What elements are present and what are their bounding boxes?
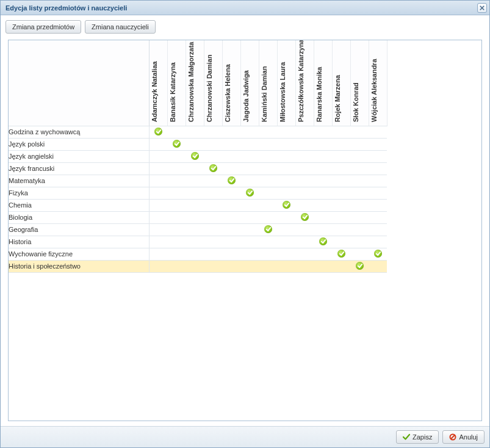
assignment-cell[interactable] xyxy=(149,223,167,236)
assignment-cell[interactable] xyxy=(259,187,277,199)
assignment-cell[interactable] xyxy=(240,260,259,272)
assignment-cell[interactable] xyxy=(332,223,350,236)
assignment-cell[interactable] xyxy=(295,223,314,236)
subject-row[interactable]: Fizyka xyxy=(9,187,387,199)
assignment-cell[interactable] xyxy=(167,211,186,223)
assignment-cell[interactable] xyxy=(186,126,204,138)
assignment-cell[interactable] xyxy=(186,162,204,175)
change-teachers-button[interactable]: Zmiana nauczycieli xyxy=(85,20,156,34)
assignment-cell[interactable] xyxy=(186,199,204,211)
assignment-cell[interactable] xyxy=(369,138,387,150)
assignment-cell[interactable] xyxy=(259,126,277,138)
assignment-cell[interactable] xyxy=(295,248,314,260)
assignment-cell[interactable] xyxy=(204,175,222,187)
assignment-cell[interactable] xyxy=(240,236,259,248)
assignment-cell[interactable] xyxy=(277,260,295,272)
assignment-cell[interactable] xyxy=(369,211,387,223)
subject-row[interactable]: Wychowanie fizyczne xyxy=(9,248,387,260)
assignment-cell[interactable] xyxy=(314,150,332,162)
assignment-cell[interactable] xyxy=(350,236,369,248)
assignment-cell[interactable] xyxy=(186,248,204,260)
assignment-cell[interactable] xyxy=(240,223,259,236)
assignment-cell[interactable] xyxy=(350,223,369,236)
assignment-cell[interactable] xyxy=(204,150,222,162)
subject-row[interactable]: Język polski xyxy=(9,138,387,150)
assignment-cell[interactable] xyxy=(314,211,332,223)
assignment-cell[interactable] xyxy=(259,248,277,260)
assignment-cell[interactable] xyxy=(259,150,277,162)
assignment-cell[interactable] xyxy=(186,138,204,150)
assignment-cell[interactable] xyxy=(186,175,204,187)
assignment-cell[interactable] xyxy=(277,199,295,211)
assignment-cell[interactable] xyxy=(222,175,240,187)
assignment-cell[interactable] xyxy=(350,187,369,199)
assignment-cell[interactable] xyxy=(167,138,186,150)
assignment-cell[interactable] xyxy=(332,236,350,248)
assignment-cell[interactable] xyxy=(314,199,332,211)
assignment-cell[interactable] xyxy=(277,162,295,175)
assignment-cell[interactable] xyxy=(369,162,387,175)
assignment-cell[interactable] xyxy=(149,187,167,199)
assignment-cell[interactable] xyxy=(350,162,369,175)
assignment-cell[interactable] xyxy=(350,138,369,150)
assignment-cell[interactable] xyxy=(167,199,186,211)
assignment-cell[interactable] xyxy=(204,211,222,223)
assignment-cell[interactable] xyxy=(259,211,277,223)
assignment-cell[interactable] xyxy=(332,150,350,162)
assignment-cell[interactable] xyxy=(369,223,387,236)
assignment-cell[interactable] xyxy=(295,187,314,199)
assignment-cell[interactable] xyxy=(295,175,314,187)
assignment-cell[interactable] xyxy=(295,162,314,175)
assignment-cell[interactable] xyxy=(277,211,295,223)
assignment-cell[interactable] xyxy=(240,248,259,260)
assignment-cell[interactable] xyxy=(149,199,167,211)
assignment-cell[interactable] xyxy=(222,248,240,260)
assignment-cell[interactable] xyxy=(259,236,277,248)
assignment-cell[interactable] xyxy=(350,199,369,211)
assignment-cell[interactable] xyxy=(259,162,277,175)
change-subjects-button[interactable]: Zmiana przedmiotów xyxy=(5,20,81,34)
assignment-cell[interactable] xyxy=(369,260,387,272)
assignment-cell[interactable] xyxy=(149,150,167,162)
assignment-cell[interactable] xyxy=(222,236,240,248)
subject-row[interactable]: Biologia xyxy=(9,211,387,223)
assignment-cell[interactable] xyxy=(369,126,387,138)
assignment-cell[interactable] xyxy=(259,223,277,236)
assignment-cell[interactable] xyxy=(149,236,167,248)
save-button[interactable]: Zapisz xyxy=(396,430,439,444)
assignment-cell[interactable] xyxy=(314,187,332,199)
assignment-cell[interactable] xyxy=(186,260,204,272)
assignment-cell[interactable] xyxy=(204,260,222,272)
assignment-cell[interactable] xyxy=(167,236,186,248)
assignment-cell[interactable] xyxy=(149,162,167,175)
assignment-cell[interactable] xyxy=(259,199,277,211)
assignment-cell[interactable] xyxy=(332,138,350,150)
assignment-cell[interactable] xyxy=(167,162,186,175)
assignment-cell[interactable] xyxy=(369,248,387,260)
assignment-cell[interactable] xyxy=(332,248,350,260)
assignment-cell[interactable] xyxy=(277,150,295,162)
assignment-cell[interactable] xyxy=(295,150,314,162)
subject-row[interactable]: Język francuski xyxy=(9,162,387,175)
subject-row[interactable]: Historia xyxy=(9,236,387,248)
assignment-cell[interactable] xyxy=(350,211,369,223)
assignment-cell[interactable] xyxy=(314,126,332,138)
assignment-cell[interactable] xyxy=(277,223,295,236)
assignment-cell[interactable] xyxy=(332,187,350,199)
subject-row[interactable]: Język angielski xyxy=(9,150,387,162)
assignment-cell[interactable] xyxy=(350,150,369,162)
assignment-cell[interactable] xyxy=(149,248,167,260)
assignment-cell[interactable] xyxy=(332,126,350,138)
assignment-cell[interactable] xyxy=(369,150,387,162)
assignment-cell[interactable] xyxy=(222,211,240,223)
assignment-cell[interactable] xyxy=(332,162,350,175)
subject-row[interactable]: Matematyka xyxy=(9,175,387,187)
assignment-cell[interactable] xyxy=(186,223,204,236)
assignment-cell[interactable] xyxy=(222,138,240,150)
assignment-cell[interactable] xyxy=(204,187,222,199)
assignment-cell[interactable] xyxy=(259,138,277,150)
assignment-cell[interactable] xyxy=(149,138,167,150)
assignment-cell[interactable] xyxy=(186,187,204,199)
assignment-cell[interactable] xyxy=(204,138,222,150)
assignment-cell[interactable] xyxy=(240,175,259,187)
